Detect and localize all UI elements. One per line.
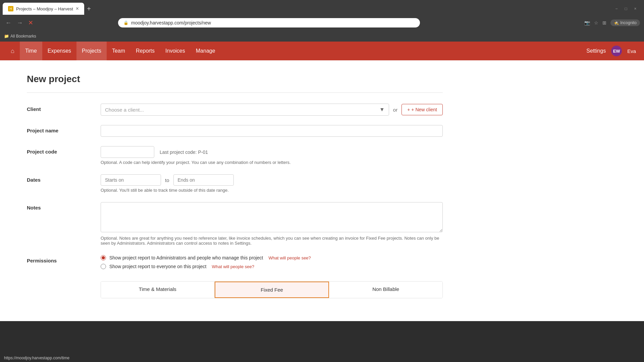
forward-button[interactable]: → bbox=[15, 18, 24, 28]
status-url: https://moodjoy.harvestapp.com/time bbox=[4, 356, 69, 360]
billing-types: Time & Materials Fixed Fee Non Billable bbox=[101, 281, 443, 298]
settings-link[interactable]: Settings bbox=[586, 48, 606, 54]
or-text: or bbox=[393, 107, 397, 113]
new-client-label: + New client bbox=[411, 107, 437, 112]
reload-button[interactable]: ✕ bbox=[27, 18, 35, 28]
nav-right: Settings EW Eva bbox=[586, 46, 636, 56]
what-will-people-see-link-1[interactable]: What will people see? bbox=[268, 255, 311, 260]
close-button[interactable]: × bbox=[632, 5, 639, 12]
incognito-badge: 🕵 Incognito bbox=[610, 19, 640, 26]
status-bar: https://moodjoy.harvestapp.com/time bbox=[0, 354, 644, 362]
project-name-form-row: Project name bbox=[27, 125, 443, 137]
billing-type-time-materials[interactable]: Time & Materials bbox=[101, 282, 215, 298]
new-tab-button[interactable]: + bbox=[84, 5, 94, 12]
client-select-placeholder: Choose a client... bbox=[105, 107, 144, 113]
avatar-initials: EW bbox=[613, 49, 620, 54]
minimize-button[interactable]: − bbox=[613, 5, 620, 12]
ends-on-input[interactable] bbox=[173, 174, 234, 186]
permissions-option-1-label: Show project report to Administrators an… bbox=[109, 255, 263, 260]
maximize-button[interactable]: □ bbox=[623, 5, 629, 12]
browser-toolbar: ← → ✕ 🔒 moodjoy.harvestapp.com/projects/… bbox=[0, 15, 644, 31]
dates-control: to Optional. You'll still be able to tra… bbox=[101, 174, 443, 193]
bookmarks-bar: 📁 All Bookmarks bbox=[0, 31, 644, 42]
permissions-option-2-label: Show project report to everyone on this … bbox=[109, 264, 207, 269]
permissions-option-2: Show project report to everyone on this … bbox=[101, 264, 443, 269]
camera-icon: 📷 bbox=[584, 20, 590, 25]
notes-control: Optional. Notes are great for anything y… bbox=[101, 202, 443, 246]
user-avatar: EW bbox=[611, 46, 622, 56]
project-code-input[interactable] bbox=[101, 146, 154, 158]
username-label[interactable]: Eva bbox=[627, 48, 636, 54]
project-code-hint: Optional. A code can help identify your … bbox=[101, 160, 443, 165]
nav-item-projects[interactable]: Projects bbox=[76, 42, 107, 60]
project-code-control: Last project code: P-01 Optional. A code… bbox=[101, 146, 443, 165]
permissions-form-row: Permissions Show project report to Admin… bbox=[27, 255, 443, 269]
client-form-row: Client Choose a client... ▼ or + + New c… bbox=[27, 104, 443, 116]
browser-chrome: H Projects – Moodjoy – Harvest × + − □ ×… bbox=[0, 0, 644, 362]
notes-textarea[interactable] bbox=[101, 202, 443, 232]
nav-item-invoices[interactable]: Invoices bbox=[160, 42, 191, 60]
page-title: New project bbox=[27, 74, 443, 84]
window-controls: − □ × bbox=[613, 5, 641, 12]
project-name-input[interactable] bbox=[101, 125, 443, 137]
sidebar-icon[interactable]: ⊞ bbox=[602, 20, 606, 25]
project-name-label: Project name bbox=[27, 125, 101, 133]
dates-label: Dates bbox=[27, 174, 101, 183]
divider bbox=[27, 93, 443, 93]
new-client-button[interactable]: + + New client bbox=[401, 104, 443, 115]
project-code-row: Last project code: P-01 bbox=[101, 146, 443, 158]
billing-type-non-billable[interactable]: Non Billable bbox=[329, 282, 442, 298]
billing-control: Time & Materials Fixed Fee Non Billable bbox=[101, 279, 443, 298]
notes-hint: Optional. Notes are great for anything y… bbox=[101, 236, 443, 246]
nav-item-manage[interactable]: Manage bbox=[191, 42, 221, 60]
tab-title: Projects – Moodjoy – Harvest bbox=[16, 6, 73, 11]
browser-tab[interactable]: H Projects – Moodjoy – Harvest × bbox=[3, 3, 84, 15]
billing-label bbox=[27, 279, 101, 281]
starts-on-input[interactable] bbox=[101, 174, 161, 186]
permissions-radio-1[interactable] bbox=[101, 255, 106, 260]
billing-type-fixed-fee[interactable]: Fixed Fee bbox=[215, 282, 329, 298]
what-will-people-see-link-2[interactable]: What will people see? bbox=[212, 264, 254, 269]
plus-icon: + bbox=[407, 107, 410, 112]
dates-hint: Optional. You'll still be able to track … bbox=[101, 188, 443, 193]
nav-item-reports[interactable]: Reports bbox=[130, 42, 160, 60]
notes-form-row: Notes Optional. Notes are great for anyt… bbox=[27, 202, 443, 246]
permissions-label: Permissions bbox=[27, 255, 101, 263]
nav-item-team[interactable]: Team bbox=[107, 42, 130, 60]
client-label: Client bbox=[27, 104, 101, 112]
star-icon[interactable]: ☆ bbox=[594, 20, 598, 25]
project-code-label: Project code bbox=[27, 146, 101, 155]
tab-bar: H Projects – Moodjoy – Harvest × + − □ × bbox=[0, 0, 644, 15]
billing-form-row: Time & Materials Fixed Fee Non Billable bbox=[27, 279, 443, 298]
nav-item-expenses[interactable]: Expenses bbox=[42, 42, 76, 60]
project-name-control bbox=[101, 125, 443, 137]
project-code-form-row: Project code Last project code: P-01 Opt… bbox=[27, 146, 443, 165]
home-nav-button[interactable]: ⌂ bbox=[8, 46, 17, 56]
radio-group: Show project report to Administrators an… bbox=[101, 255, 443, 269]
incognito-label: Incognito bbox=[620, 20, 637, 25]
tab-favicon: H bbox=[8, 6, 13, 11]
bookmarks-label[interactable]: All Bookmarks bbox=[10, 34, 36, 39]
permissions-radio-2[interactable] bbox=[101, 264, 106, 269]
bookmarks-icon: 📁 bbox=[4, 34, 9, 39]
dates-row: to bbox=[101, 174, 443, 186]
to-label: to bbox=[165, 177, 169, 183]
address-text: moodjoy.harvestapp.com/projects/new bbox=[131, 20, 211, 25]
incognito-icon: 🕵 bbox=[614, 20, 619, 25]
lock-icon: 🔒 bbox=[123, 20, 128, 25]
client-control: Choose a client... ▼ or + + New client bbox=[101, 104, 443, 116]
toolbar-right: 📷 ☆ ⊞ 🕵 Incognito bbox=[584, 19, 640, 26]
last-project-code: Last project code: P-01 bbox=[160, 149, 208, 155]
main-content: New project Client Choose a client... ▼ … bbox=[0, 60, 470, 321]
dates-form-row: Dates to Optional. You'll still be able … bbox=[27, 174, 443, 193]
tab-close-button[interactable]: × bbox=[76, 6, 79, 12]
top-nav: ⌂ Time Expenses Projects Team Reports In… bbox=[0, 42, 644, 60]
client-select[interactable]: Choose a client... ▼ bbox=[101, 104, 389, 116]
client-row: Choose a client... ▼ or + + New client bbox=[101, 104, 443, 116]
app: ⌂ Time Expenses Projects Team Reports In… bbox=[0, 42, 644, 321]
nav-item-time[interactable]: Time bbox=[20, 42, 42, 60]
notes-label: Notes bbox=[27, 202, 101, 210]
back-button[interactable]: ← bbox=[4, 18, 13, 28]
permissions-option-1: Show project report to Administrators an… bbox=[101, 255, 443, 260]
address-bar[interactable]: 🔒 moodjoy.harvestapp.com/projects/new bbox=[118, 18, 420, 27]
